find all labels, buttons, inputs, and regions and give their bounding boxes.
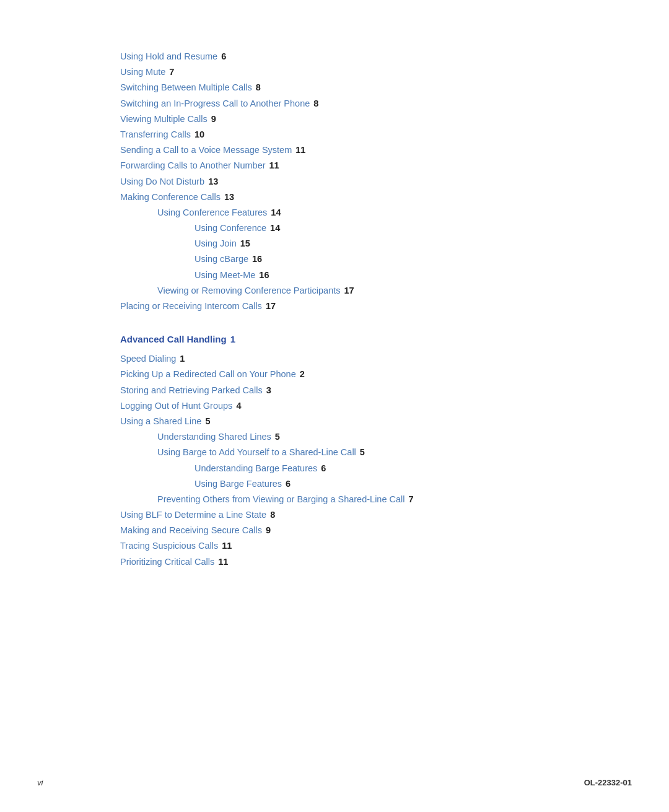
toc-link[interactable]: Placing or Receiving Intercom Calls (120, 299, 262, 313)
toc-row: Making Conference Calls13 (120, 190, 607, 204)
toc-row: Using BLF to Determine a Line State8 (120, 508, 607, 522)
toc-page: 10 (195, 128, 204, 142)
toc-page: 5 (275, 430, 280, 444)
toc-link[interactable]: Speed Dialing (120, 352, 176, 366)
toc-link[interactable]: Sending a Call to a Voice Message System (120, 143, 292, 157)
toc-page: 4 (236, 399, 241, 413)
toc-link[interactable]: Using Conference (195, 221, 266, 235)
toc-page: 7 (169, 65, 174, 79)
toc-row: Making and Receiving Secure Calls9 (120, 523, 607, 538)
toc-link[interactable]: Using Meet-Me (195, 268, 255, 282)
toc-page: 6 (286, 477, 291, 491)
toc-link[interactable]: Using Conference Features (157, 206, 267, 220)
toc-page: 1 (180, 352, 185, 366)
toc-page: 11 (222, 539, 232, 553)
toc-link[interactable]: Using Barge Features (195, 477, 282, 491)
toc-row: Picking Up a Redirected Call on Your Pho… (120, 367, 607, 382)
toc-page: 5 (360, 445, 365, 460)
toc-row: Placing or Receiving Intercom Calls17 (120, 299, 607, 313)
toc-link[interactable]: Preventing Others from Viewing or Bargin… (157, 492, 405, 507)
section-header: Advanced Call Handling 1 (120, 332, 607, 347)
toc-page: 6 (221, 50, 226, 64)
toc-link[interactable]: Using Join (195, 237, 237, 251)
toc-link[interactable]: Viewing or Removing Conference Participa… (157, 284, 341, 298)
toc-row: Preventing Others from Viewing or Bargin… (120, 492, 607, 507)
toc-link[interactable]: Using a Shared Line (120, 414, 201, 429)
toc-link[interactable]: Understanding Barge Features (195, 461, 317, 476)
toc-page: 17 (344, 284, 354, 298)
toc-row: Forwarding Calls to Another Number11 (120, 159, 607, 173)
toc-row: Switching Between Multiple Calls8 (120, 81, 607, 95)
toc-page: 11 (269, 159, 279, 173)
toc-link[interactable]: Logging Out of Hunt Groups (120, 399, 232, 413)
toc-row: Understanding Barge Features6 (120, 461, 607, 476)
toc-row: Using a Shared Line5 (120, 414, 607, 429)
toc-row: Speed Dialing1 (120, 352, 607, 366)
toc-link[interactable]: Understanding Shared Lines (157, 430, 271, 444)
toc-page: 16 (259, 268, 269, 282)
toc-row: Viewing Multiple Calls9 (120, 112, 607, 126)
toc-row: Using Mute7 (120, 65, 607, 79)
toc-row: Logging Out of Hunt Groups4 (120, 399, 607, 413)
toc-link[interactable]: Making and Receiving Secure Calls (120, 523, 262, 538)
toc-page: 17 (266, 299, 276, 313)
toc-row: Transferring Calls10 (120, 128, 607, 142)
toc-link[interactable]: Tracing Suspicious Calls (120, 539, 218, 553)
toc-row: Using Meet-Me16 (120, 268, 607, 282)
toc-row: Using Do Not Disturb13 (120, 175, 607, 189)
toc-page: 5 (205, 414, 210, 429)
section-header-label: Advanced Call Handling (120, 332, 227, 347)
toc-link[interactable]: Prioritizing Critical Calls (120, 555, 214, 569)
section-header-page: 1 (230, 332, 235, 347)
toc-row: Understanding Shared Lines5 (120, 430, 607, 444)
toc-page: 15 (240, 237, 250, 251)
toc-row: Using Conference Features14 (120, 206, 607, 220)
toc-link[interactable]: Switching an In-Progress Call to Another… (120, 97, 310, 111)
toc-page: 7 (409, 492, 414, 507)
toc-link[interactable]: Using Barge to Add Yourself to a Shared-… (157, 445, 356, 460)
toc-page: 3 (266, 383, 271, 398)
toc-link[interactable]: Using BLF to Determine a Line State (120, 508, 266, 522)
toc-row: Switching an In-Progress Call to Another… (120, 97, 607, 111)
toc-page: 9 (211, 112, 216, 126)
toc-page: 13 (208, 175, 218, 189)
toc-page: 8 (313, 97, 318, 111)
toc-page: 9 (266, 523, 271, 538)
toc-row: Using Join15 (120, 237, 607, 251)
toc-row: Using Conference14 (120, 221, 607, 235)
toc-link[interactable]: Using Hold and Resume (120, 50, 217, 64)
toc-row: Sending a Call to a Voice Message System… (120, 143, 607, 157)
footer-page-label: vi (37, 778, 43, 787)
toc-row: Using Barge Features6 (120, 477, 607, 491)
toc-link[interactable]: Using cBarge (195, 252, 248, 266)
toc-link[interactable]: Switching Between Multiple Calls (120, 81, 252, 95)
footer-doc-id: OL-22332-01 (584, 778, 632, 787)
toc-page: 8 (256, 81, 261, 95)
toc-row: Storing and Retrieving Parked Calls3 (120, 383, 607, 398)
toc-row: Using Barge to Add Yourself to a Shared-… (120, 445, 607, 460)
toc-page: 11 (218, 555, 228, 569)
toc-link[interactable]: Transferring Calls (120, 128, 191, 142)
toc-link[interactable]: Picking Up a Redirected Call on Your Pho… (120, 367, 296, 382)
toc-row: Using cBarge16 (120, 252, 607, 266)
toc-page: 14 (270, 221, 280, 235)
toc-link[interactable]: Using Do Not Disturb (120, 175, 204, 189)
section-entries: Speed Dialing1Picking Up a Redirected Ca… (120, 352, 607, 569)
toc-row: Using Hold and Resume6 (120, 50, 607, 64)
toc-link[interactable]: Making Conference Calls (120, 190, 221, 204)
toc-row: Prioritizing Critical Calls11 (120, 555, 607, 569)
toc-link[interactable]: Storing and Retrieving Parked Calls (120, 383, 263, 398)
toc-link[interactable]: Forwarding Calls to Another Number (120, 159, 266, 173)
toc-row: Viewing or Removing Conference Participa… (120, 284, 607, 298)
toc-page: 6 (321, 461, 326, 476)
toc-link[interactable]: Viewing Multiple Calls (120, 112, 208, 126)
toc-page: 2 (300, 367, 305, 382)
page-container: Using Hold and Resume6Using Mute7Switchi… (0, 0, 669, 620)
toc-link[interactable]: Using Mute (120, 65, 165, 79)
toc-row: Tracing Suspicious Calls11 (120, 539, 607, 553)
top-entries: Using Hold and Resume6Using Mute7Switchi… (120, 50, 607, 313)
footer: vi OL-22332-01 (0, 778, 669, 787)
toc-page: 13 (224, 190, 234, 204)
toc-page: 8 (270, 508, 275, 522)
toc-page: 16 (252, 252, 262, 266)
